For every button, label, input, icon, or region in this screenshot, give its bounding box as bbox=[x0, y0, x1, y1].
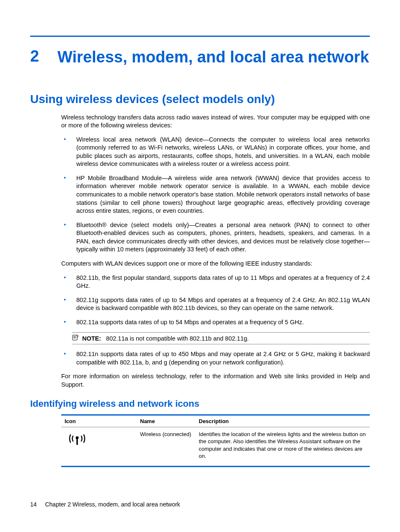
section-closing: For more information on wireless technol… bbox=[61, 372, 370, 389]
table-cell-icon bbox=[61, 427, 137, 466]
icon-table-wrap: Icon Name Description Wireless (co bbox=[61, 414, 370, 467]
footer-text: Chapter 2 Wireless, modem, and local are… bbox=[45, 501, 180, 508]
wireless-connected-icon bbox=[67, 431, 87, 446]
table-cell-description: Identifies the location of the wireless … bbox=[195, 427, 370, 466]
section-intro: Wireless technology transfers data acros… bbox=[61, 114, 370, 130]
note-label: NOTE: bbox=[82, 335, 101, 342]
device-list: Wireless local area network (WLAN) devic… bbox=[61, 136, 370, 254]
standards-list-1: 802.11b, the first popular standard, sup… bbox=[61, 274, 370, 327]
note-box: NOTE: 802.11a is not compatible with 802… bbox=[72, 332, 370, 344]
list-item: HP Mobile Broadband Module—A wireless wi… bbox=[61, 174, 370, 215]
standards-intro: Computers with WLAN devices support one … bbox=[61, 260, 370, 268]
chapter-title: Wireless, modem, and local area network bbox=[57, 47, 369, 67]
list-item: 802.11a supports data rates of up to 54 … bbox=[61, 318, 370, 327]
top-rule bbox=[30, 36, 370, 37]
subsection-title: Identifying wireless and network icons bbox=[30, 398, 370, 409]
table-header-name: Name bbox=[137, 415, 195, 427]
section-title: Using wireless devices (select models on… bbox=[30, 93, 370, 106]
page-footer: 14 Chapter 2 Wireless, modem, and local … bbox=[30, 501, 180, 508]
list-item: 802.11g supports data rates of up to 54 … bbox=[61, 296, 370, 312]
table-header-icon: Icon bbox=[61, 415, 137, 427]
table-cell-name: Wireless (connected) bbox=[137, 427, 195, 466]
table-row: Wireless (connected) Identifies the loca… bbox=[61, 427, 370, 466]
chapter-header: 2 Wireless, modem, and local area networ… bbox=[30, 47, 370, 67]
table-header-description: Description bbox=[195, 415, 370, 427]
list-item: 802.11b, the first popular standard, sup… bbox=[61, 274, 370, 290]
note-icon bbox=[72, 334, 79, 342]
svg-rect-5 bbox=[76, 438, 78, 445]
icon-table: Icon Name Description Wireless (co bbox=[61, 414, 370, 467]
standards-list-2: 802.11n supports data rates of up to 450… bbox=[61, 350, 370, 367]
list-item: Wireless local area network (WLAN) devic… bbox=[61, 136, 370, 168]
list-item: 802.11n supports data rates of up to 450… bbox=[61, 350, 370, 367]
list-item: Bluetooth® device (select models only)—C… bbox=[61, 221, 370, 254]
svg-rect-0 bbox=[73, 335, 77, 340]
chapter-number: 2 bbox=[30, 47, 57, 65]
page-number: 14 bbox=[30, 501, 37, 508]
note-text: 802.11a is not compatible with 802.11b a… bbox=[106, 335, 249, 342]
